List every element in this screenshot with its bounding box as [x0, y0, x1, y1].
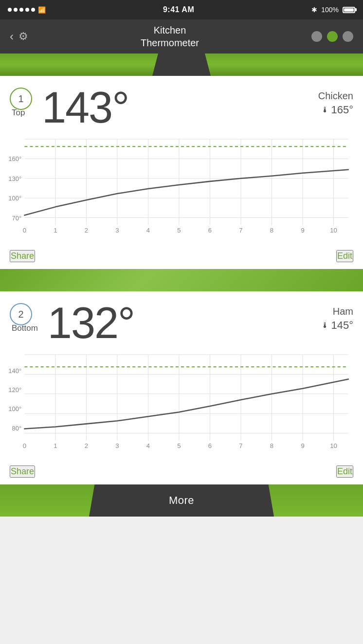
probe-2-share-button[interactable]: Share: [10, 465, 35, 478]
probe-1-info: Chicken 🌡 165°: [318, 86, 353, 116]
svg-text:80°: 80°: [12, 425, 21, 432]
probe-1-label: Top: [12, 108, 25, 121]
svg-text:2: 2: [85, 442, 88, 449]
svg-text:3: 3: [115, 442, 119, 449]
svg-text:8: 8: [270, 442, 273, 449]
probe-1-chart: 70° 100° 130° 160° 0 1 2 3 4 5 6 7 8 9 1…: [0, 134, 363, 246]
svg-text:3: 3: [115, 227, 119, 234]
page-dot-2[interactable]: [327, 31, 338, 42]
probe-1-header: 1 Top 143° Chicken 🌡 165°: [0, 76, 363, 134]
page-indicator: [311, 31, 353, 42]
probe-2-number: 2: [10, 303, 32, 325]
svg-text:100°: 100°: [8, 195, 21, 202]
probe-2-info: Ham 🌡 145°: [321, 301, 353, 332]
more-button[interactable]: More: [89, 484, 274, 517]
probe-2-chart: 80° 100° 120° 140° 0 1 2 3 4 5 6 7 8 9 1…: [0, 350, 363, 462]
probe-1-number: 1: [10, 88, 32, 110]
svg-text:100°: 100°: [8, 405, 21, 412]
back-button[interactable]: ‹: [10, 30, 14, 43]
page-dot-3[interactable]: [343, 31, 353, 42]
probe-1-section: 1 Top 143° Chicken 🌡 165°: [0, 76, 363, 269]
probe-2-section: 2 Bottom 132° Ham 🌡 145°: [0, 291, 363, 484]
svg-text:9: 9: [301, 442, 304, 449]
svg-text:0: 0: [23, 442, 26, 449]
svg-text:70°: 70°: [12, 215, 21, 222]
svg-text:1: 1: [54, 442, 57, 449]
settings-icon[interactable]: ⚙: [18, 30, 28, 43]
probe-2-temperature: 132°: [48, 301, 134, 345]
svg-text:6: 6: [208, 227, 212, 234]
svg-text:7: 7: [239, 227, 242, 234]
svg-text:1: 1: [54, 227, 57, 234]
header-left[interactable]: ‹ ⚙: [10, 30, 28, 43]
svg-text:10: 10: [330, 442, 337, 449]
svg-text:0: 0: [23, 227, 26, 234]
status-bar: 📶 9:41 AM ✱ 100%: [0, 0, 363, 19]
more-label: More: [169, 494, 194, 507]
probe-1-target: 🌡 165°: [318, 104, 353, 116]
svg-text:7: 7: [239, 442, 242, 449]
svg-text:5: 5: [177, 227, 181, 234]
probe-1-food: Chicken: [318, 90, 353, 102]
svg-text:10: 10: [330, 227, 337, 234]
status-left: 📶: [8, 6, 46, 14]
probe-2-action-bar: Share Edit: [0, 462, 363, 484]
probe-2-chart-svg: 80° 100° 120° 140° 0 1 2 3 4 5 6 7 8 9 1…: [5, 350, 358, 458]
bottom-bar[interactable]: More: [0, 484, 363, 517]
header: ‹ ⚙ Kitchen Thermometer: [0, 19, 363, 54]
top-banner: [0, 54, 363, 76]
svg-text:160°: 160°: [8, 155, 21, 162]
thermometer-icon-2: 🌡: [321, 321, 329, 330]
probe-2-food: Ham: [321, 306, 353, 317]
battery-icon: [343, 7, 355, 13]
svg-text:140°: 140°: [8, 367, 21, 375]
svg-text:9: 9: [301, 227, 304, 234]
status-right: ✱ 100%: [311, 6, 355, 14]
svg-text:5: 5: [177, 442, 181, 449]
svg-text:4: 4: [146, 442, 150, 449]
svg-text:130°: 130°: [8, 175, 21, 182]
page-dot-1[interactable]: [311, 31, 322, 42]
probe-2-label: Bottom: [12, 323, 38, 336]
probe-1-temperature: 143°: [42, 86, 128, 129]
probe-1-chart-svg: 70° 100° 130° 160° 0 1 2 3 4 5 6 7 8 9 1…: [5, 134, 358, 242]
probe-2-header: 2 Bottom 132° Ham 🌡 145°: [0, 291, 363, 350]
probe-1-edit-button[interactable]: Edit: [336, 250, 353, 262]
svg-text:6: 6: [208, 442, 212, 449]
bluetooth-icon: ✱: [311, 6, 317, 14]
thermometer-icon-1: 🌡: [321, 106, 329, 114]
svg-text:8: 8: [270, 227, 273, 234]
probe-1-action-bar: Share Edit: [0, 246, 363, 269]
probe-2-target: 🌡 145°: [321, 319, 353, 332]
wifi-icon: 📶: [38, 6, 46, 14]
separator-banner: [0, 269, 363, 291]
svg-text:120°: 120°: [8, 386, 21, 394]
battery-percent: 100%: [321, 6, 339, 14]
probe-1-share-button[interactable]: Share: [10, 250, 35, 262]
header-title: Kitchen Thermometer: [141, 24, 199, 49]
svg-text:4: 4: [146, 227, 150, 234]
svg-text:2: 2: [85, 227, 88, 234]
status-time: 9:41 AM: [163, 5, 194, 14]
probe-2-edit-button[interactable]: Edit: [336, 465, 353, 478]
signal-dots: [8, 8, 35, 12]
